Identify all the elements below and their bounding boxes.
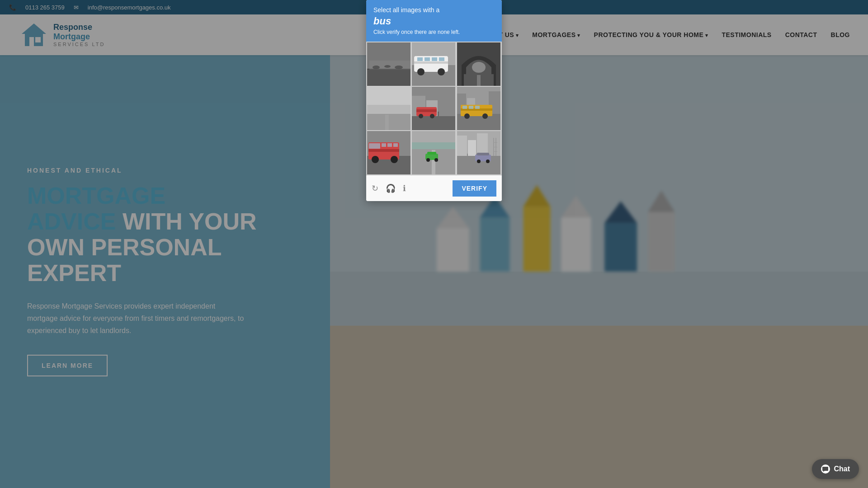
captcha-keyword: bus	[373, 15, 495, 27]
svg-point-92	[486, 160, 490, 163]
svg-rect-30	[425, 57, 430, 61]
svg-rect-70	[382, 143, 386, 147]
captcha-image-1	[367, 42, 410, 86]
svg-rect-60	[462, 106, 467, 109]
svg-rect-79	[427, 152, 436, 155]
chat-label: Chat	[834, 465, 850, 473]
svg-rect-96	[493, 147, 497, 147]
captcha-refresh-icon[interactable]: ↻	[372, 183, 378, 193]
captcha-cell-3[interactable]	[457, 42, 500, 86]
svg-rect-68	[368, 149, 399, 152]
captcha-image-9	[457, 131, 500, 174]
svg-point-36	[472, 62, 486, 73]
svg-rect-38	[477, 75, 481, 86]
svg-rect-69	[369, 143, 380, 149]
svg-point-34	[438, 68, 445, 75]
captcha-subtext: Click verify once there are none left.	[373, 29, 495, 35]
captcha-header: Select all images with a bus Click verif…	[366, 0, 502, 42]
captcha-instruction: Select all images with a	[373, 6, 495, 14]
svg-rect-61	[469, 106, 473, 109]
captcha-cell-8[interactable]	[412, 131, 455, 174]
svg-rect-90	[477, 153, 489, 155]
captcha-info-icon[interactable]: ℹ	[403, 183, 406, 193]
svg-rect-62	[475, 106, 480, 109]
captcha-modal: Select all images with a bus Click verif…	[366, 0, 502, 201]
svg-rect-48	[439, 94, 455, 116]
chat-button[interactable]: Chat	[812, 459, 859, 479]
captcha-cell-6[interactable]	[457, 87, 500, 130]
captcha-cell-1[interactable]	[367, 42, 410, 86]
captcha-image-4	[367, 87, 410, 130]
captcha-image-6	[457, 87, 500, 130]
svg-point-73	[372, 156, 379, 163]
svg-point-64	[482, 113, 488, 119]
captcha-image-5	[412, 87, 455, 130]
svg-point-52	[430, 114, 434, 118]
captcha-cell-5[interactable]	[412, 87, 455, 130]
svg-point-91	[477, 160, 481, 163]
svg-point-33	[417, 68, 425, 75]
captcha-cell-2[interactable]	[412, 42, 455, 86]
svg-point-74	[391, 156, 398, 163]
captcha-audio-icon[interactable]: 🎧	[386, 183, 396, 193]
svg-rect-82	[412, 142, 455, 149]
captcha-cell-9[interactable]	[457, 131, 500, 174]
chat-svg-icon	[822, 466, 829, 472]
svg-rect-32	[439, 57, 444, 61]
captcha-footer: ↻ 🎧 ℹ VERIFY	[366, 175, 502, 201]
svg-rect-50	[416, 109, 437, 112]
captcha-image-7	[367, 131, 410, 174]
svg-rect-43	[385, 115, 389, 130]
svg-rect-87	[477, 133, 488, 156]
svg-rect-97	[493, 151, 497, 152]
svg-rect-24	[369, 61, 410, 70]
svg-rect-85	[457, 136, 467, 156]
captcha-cell-4[interactable]	[367, 87, 410, 130]
captcha-image-2	[412, 42, 455, 86]
svg-point-81	[434, 158, 438, 162]
svg-point-63	[464, 113, 470, 119]
captcha-image-8	[412, 131, 455, 174]
chat-bubble-icon	[821, 465, 830, 474]
captcha-icon-group: ↻ 🎧 ℹ	[372, 183, 406, 193]
captcha-verify-button[interactable]: VERIFY	[453, 180, 496, 197]
svg-point-51	[419, 114, 423, 118]
svg-rect-31	[432, 57, 437, 61]
svg-rect-71	[387, 143, 392, 147]
svg-rect-72	[393, 143, 398, 147]
svg-rect-95	[493, 142, 497, 143]
svg-rect-29	[417, 57, 423, 61]
captcha-overlay: Select all images with a bus Click verif…	[0, 0, 868, 488]
svg-rect-19	[367, 70, 410, 86]
captcha-image-3	[457, 42, 500, 86]
svg-rect-86	[468, 140, 476, 156]
captcha-cell-7[interactable]	[367, 131, 410, 174]
svg-rect-28	[414, 61, 448, 64]
svg-point-80	[426, 158, 430, 162]
captcha-image-grid	[366, 42, 502, 175]
